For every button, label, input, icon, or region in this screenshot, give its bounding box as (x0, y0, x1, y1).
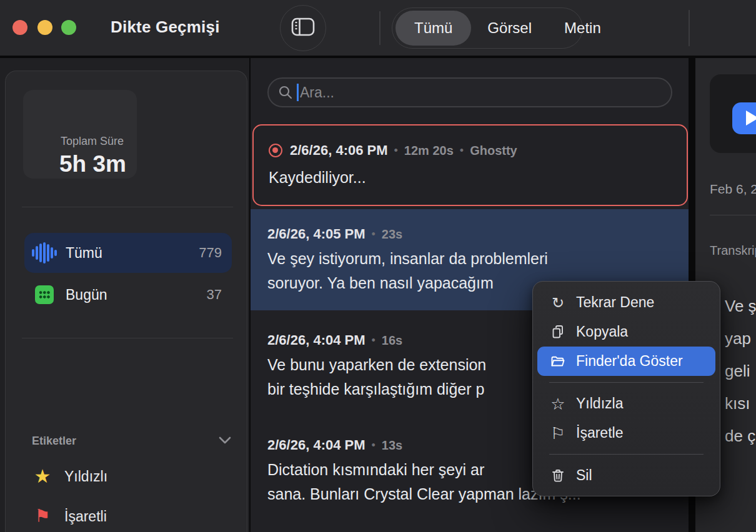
folder-icon (550, 355, 566, 368)
tab-text[interactable]: Metin (548, 9, 617, 47)
list-item-recording[interactable]: 2/6/26, 4:06 PM • 12m 20s • Ghostty Kayd… (252, 124, 688, 206)
dot-separator: • (372, 228, 376, 241)
menu-item-label: Tekrar Dene (576, 294, 654, 311)
total-duration-label: Toplam Süre (61, 135, 124, 148)
sidebar-item-count: 779 (199, 245, 222, 261)
text-caret (297, 84, 299, 101)
sidebar-item-count: 37 (207, 287, 222, 303)
menu-item-show-in-finder[interactable]: Finder'da Göster (537, 347, 715, 376)
sidebar-toggle-button[interactable] (280, 5, 326, 51)
item-date: 2/6/26, 4:06 PM (290, 142, 388, 159)
menu-item-label: Yıldızla (576, 395, 623, 412)
menu-item-delete[interactable]: Sil (537, 461, 715, 490)
transcript-line: geli (725, 355, 756, 387)
sidebar-item-flagged[interactable]: ⚑ İşaretli (24, 499, 232, 532)
close-window-button[interactable] (12, 20, 27, 35)
item-text: Kaydediliyor... (269, 165, 687, 190)
transcript-line: kısı (725, 387, 756, 420)
item-text-line: Ve şey istiyorum, insanlar da problemler… (267, 247, 689, 271)
sidebar-item-today[interactable]: Bugün 37 (24, 275, 232, 315)
item-date: 2/6/26, 4:04 PM (267, 437, 366, 453)
trash-icon (550, 468, 566, 483)
sidebar-divider (22, 338, 233, 338)
flag-outline-icon: ⚐ (550, 425, 566, 441)
pane-divider (689, 10, 690, 46)
transcript-line: Ve ş (725, 290, 756, 322)
menu-divider (549, 454, 704, 455)
sidebar-item-label: Tümü (66, 245, 199, 262)
sidebar-item-all[interactable]: Tümü 779 (24, 233, 232, 273)
item-date: 2/6/26, 4:05 PM (267, 226, 366, 242)
total-duration-card: Toplam Süre 5h 3m (23, 90, 137, 179)
menu-item-flag[interactable]: ⚐ İşaretle (537, 418, 715, 448)
copy-icon (550, 325, 566, 340)
menu-item-retry[interactable]: ↻ Tekrar Dene (537, 288, 715, 317)
item-duration: 23s (382, 227, 402, 242)
search-field[interactable] (267, 77, 672, 107)
flag-icon: ⚑ (32, 508, 53, 525)
sidebar-item-label: Bugün (66, 287, 207, 303)
minimize-window-button[interactable] (37, 20, 52, 35)
menu-item-label: Kopyala (576, 323, 628, 340)
tags-section-header[interactable]: Etiketler (32, 435, 232, 448)
dot-separator: • (372, 439, 376, 452)
item-duration: 12m 20s (404, 144, 454, 158)
item-duration: 13s (382, 438, 402, 453)
window-title: Dikte Geçmişi (111, 17, 220, 37)
sidebar-backdrop: Toplam Süre 5h 3m Tümü 779 Bugün 37 (0, 58, 249, 532)
sidebar-toggle-icon (291, 17, 315, 39)
star-outline-icon: ☆ (550, 396, 566, 412)
sidebar-divider (22, 207, 233, 207)
detail-divider (710, 215, 756, 215)
dot-separator: • (372, 334, 376, 347)
record-icon (269, 144, 282, 157)
transcript-line: de ç (725, 420, 756, 452)
transcript-text: Ve ş yap geli kısı de ç (725, 290, 756, 452)
sidebar-item-starred[interactable]: ★ Yıldızlı (24, 459, 232, 494)
tab-visual[interactable]: Görsel (471, 9, 548, 47)
calendar-icon (34, 285, 54, 304)
item-date: 2/6/26, 4:04 PM (267, 332, 366, 348)
menu-divider (549, 382, 704, 383)
waveform-icon (34, 242, 54, 264)
app-window: Dikte Geçmişi Tümü Görsel Metin (0, 0, 756, 532)
tag-label: Yıldızlı (64, 468, 107, 485)
menu-item-copy[interactable]: Kopyala (537, 317, 715, 347)
titlebar: Dikte Geçmişi Tümü Görsel Metin (0, 0, 756, 57)
tags-header-label: Etiketler (32, 435, 218, 448)
dot-separator: • (394, 144, 398, 157)
star-icon: ★ (32, 467, 53, 486)
search-icon (278, 85, 293, 100)
transcript-line: yap (725, 322, 756, 355)
menu-item-star[interactable]: ☆ Yıldızla (537, 389, 715, 418)
transcript-header: Transkript (710, 244, 756, 258)
total-duration-value: 5h 3m (59, 151, 126, 177)
tag-label: İşaretli (64, 508, 107, 525)
play-button[interactable] (732, 102, 756, 134)
toolbar-divider (379, 11, 380, 45)
item-duration: 16s (382, 333, 402, 348)
menu-item-label: Finder'da Göster (576, 353, 683, 370)
context-menu: ↻ Tekrar Dene Kopyala Finder'da Göster (532, 281, 720, 496)
menu-item-label: İşaretle (576, 425, 623, 441)
menu-item-label: Sil (576, 467, 592, 484)
search-input[interactable] (300, 84, 650, 101)
dot-separator: • (460, 144, 464, 157)
sidebar: Toplam Süre 5h 3m Tümü 779 Bugün 37 (5, 71, 247, 532)
item-app: Ghostty (470, 144, 517, 158)
redo-icon: ↻ (550, 295, 566, 310)
chevron-down-icon[interactable] (218, 436, 232, 447)
zoom-window-button[interactable] (61, 20, 76, 35)
tab-all[interactable]: Tümü (395, 11, 471, 46)
filter-segmented-control: Tümü Görsel Metin (392, 7, 583, 49)
detail-date: Feb 6, 2 (710, 182, 756, 197)
